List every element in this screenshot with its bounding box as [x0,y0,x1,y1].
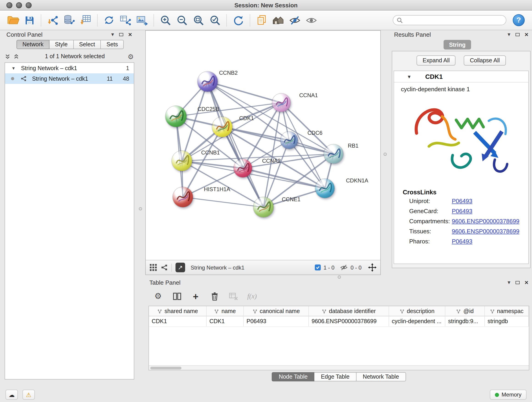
zoom-in-button[interactable] [157,12,174,28]
control-panel-title: Control Panel [3,31,43,38]
network-overview-icon[interactable] [161,264,168,271]
detach-view-button[interactable]: ↗ [176,263,185,272]
show-all-button[interactable] [303,12,319,28]
tab-network-table[interactable]: Network Table [356,372,406,381]
table-horizontal-scrollbar[interactable] [149,365,529,370]
cloud-icon: ☁ [9,391,15,398]
crosslink-link-compartments[interactable]: 9606.ENSP00000378699 [452,217,519,224]
network-canvas[interactable]: CCNB2CCNA1CDC25BCDK1CDC6RB1CCNB1CCNA2CDK… [146,31,380,260]
network-node-CDC6[interactable] [280,132,298,149]
copy-documents-icon [256,15,267,26]
network-node-CDKN1A[interactable] [315,179,335,198]
panel-float-icon[interactable] [515,281,520,284]
panel-float-icon[interactable] [119,33,123,36]
table-row[interactable]: CDK1CDK1P064939606.ENSP00000378699cyclin… [149,316,529,327]
column-type-icon [214,309,219,314]
refresh-view-button[interactable] [230,12,247,28]
zoom-selected-button[interactable] [207,12,223,28]
expand-all-networks-icon[interactable] [5,53,11,59]
import-network-from-database-button[interactable] [61,12,77,28]
panel-close-icon[interactable]: × [128,31,132,38]
network-and-table-button[interactable] [117,12,134,28]
column-header-database-identifier[interactable]: database identifier [309,306,389,316]
save-session-button[interactable] [21,12,38,28]
tab-style[interactable]: Style [50,40,74,49]
panel-menu-icon[interactable]: ▾ [508,32,510,37]
help-button[interactable]: ? [513,14,525,26]
network-node-CDK1[interactable] [212,117,232,137]
search-input[interactable] [405,17,502,23]
network-node-CCNA1[interactable] [272,94,291,112]
crosslink-link-tissues[interactable]: 9606.ENSP00000378699 [452,228,519,235]
expand-all-button[interactable]: Expand All [417,56,456,65]
create-column-button[interactable]: + [190,290,202,302]
network-node-CCNE1[interactable] [253,197,273,217]
network-node-CCNB1[interactable] [172,151,192,171]
collapse-all-networks-icon[interactable] [13,53,19,59]
hide-selected-button[interactable] [286,12,303,28]
network-selection-summary: 1 of 1 Network selected [22,53,128,60]
crosslink-link-genecard[interactable]: P06493 [452,207,472,214]
cloud-status-button[interactable]: ☁ [6,390,18,400]
selected-checkbox-icon[interactable] [315,264,321,270]
tab-network[interactable]: Network [17,40,50,49]
column-header-namespac[interactable]: namespac [485,306,529,316]
import-table-from-file-button[interactable] [77,12,94,28]
zoom-window-button[interactable] [26,2,32,8]
zoom-fit-button[interactable] [190,12,207,28]
warnings-button[interactable]: ⚠ [22,390,35,400]
network-collection-row[interactable]: ▼ String Network – cdk1 1 [5,63,134,73]
network-row[interactable]: String Network – cdk1 11 48 [5,73,134,84]
show-columns-button[interactable] [171,290,183,302]
column-header--id[interactable]: @id [445,306,485,316]
plus-icon: + [193,291,199,301]
memory-button[interactable]: Memory [490,390,526,400]
string-results-box: Expand All Collapse All ▼ CDK1 cyclin-de… [392,51,531,268]
panel-float-icon[interactable] [515,33,520,36]
network-node-CCNA2[interactable] [234,159,252,177]
collapse-all-button[interactable]: Collapse All [464,56,506,65]
footer-separator [171,263,172,272]
delete-column-button[interactable] [209,290,220,302]
minimize-window-button[interactable] [16,2,22,8]
grid-view-icon[interactable] [149,264,157,271]
tab-edge-table[interactable]: Edge Table [315,372,356,381]
column-header-description[interactable]: description [389,306,445,316]
network-node-CDC25B[interactable] [165,106,186,127]
network-node-HIST1H1A[interactable] [173,187,193,207]
panel-close-icon[interactable]: × [525,31,528,38]
export-image-button[interactable] [134,12,150,28]
column-header-canonical-name[interactable]: canonical name [244,306,309,316]
memory-status-dot [495,393,499,397]
copy-document-button[interactable] [253,12,270,28]
tab-node-table[interactable]: Node Table [272,372,315,381]
column-header-shared-name[interactable]: shared name [149,306,207,316]
tab-string[interactable]: String [443,40,471,50]
control-panel-header: Control Panel ▾ × [3,30,136,38]
tab-sets[interactable]: Sets [101,40,124,49]
right-splitter-handle[interactable] [384,153,387,156]
left-splitter-handle[interactable] [139,207,142,211]
collection-disclosure-icon[interactable]: ▼ [12,66,16,70]
import-network-from-file-button[interactable] [44,12,61,28]
panel-close-icon[interactable]: × [525,279,528,286]
close-window-button[interactable] [6,2,12,8]
network-options-gear-icon[interactable]: ⚙ [128,53,134,60]
first-neighbors-button[interactable] [270,12,286,28]
tab-select[interactable]: Select [74,40,101,49]
zoom-out-button[interactable] [174,12,190,28]
scrollbar-thumb[interactable] [150,366,181,370]
panel-menu-icon[interactable]: ▾ [111,32,114,37]
network-node-RB1[interactable] [324,144,343,164]
gene-disclosure-icon[interactable]: ▼ [407,74,412,79]
open-session-button[interactable] [5,12,21,28]
table-options-button[interactable]: ⚙ [152,290,164,302]
crosslink-link-pharos[interactable]: P06493 [452,238,472,245]
network-node-CCNB2[interactable] [197,71,218,92]
network-from-selection-button[interactable] [101,12,117,28]
crosslink-link-uniprot[interactable]: P06493 [452,197,472,204]
pan-crosshair-icon[interactable] [368,263,377,272]
column-header-name[interactable]: name [207,306,244,316]
crosslink-label: GeneCard: [409,207,452,214]
panel-menu-icon[interactable]: ▾ [508,280,510,285]
